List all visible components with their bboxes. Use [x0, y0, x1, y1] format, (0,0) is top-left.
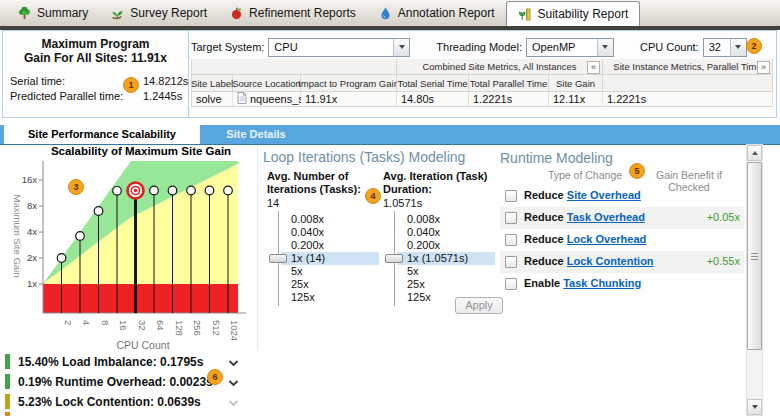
chart-point[interactable]	[205, 186, 214, 195]
scroll-up-button[interactable]	[747, 145, 762, 161]
dropdown-arrow-button[interactable]	[730, 39, 746, 56]
summary-time-row: Predicted Parallel time:1.2445s	[3, 89, 188, 104]
column-header-total-serial-time[interactable]: Total Serial Time	[397, 75, 469, 92]
slider-option[interactable]: 25x	[267, 278, 379, 291]
runtime-checkbox[interactable]	[505, 278, 517, 290]
tree-icon	[17, 6, 32, 21]
callout-badge-3: 3	[68, 179, 84, 195]
apple-icon	[229, 6, 244, 21]
threading-model-label: Threading Model:	[436, 41, 522, 53]
iterations-modeling-section: Loop Iterations (Tasks) Modeling Avg. Nu…	[263, 149, 498, 165]
tab-site-details[interactable]: Site Details	[200, 125, 312, 144]
slider-handle[interactable]	[385, 254, 403, 263]
runtime-target-link[interactable]: Lock Contention	[567, 255, 654, 267]
cell-total-parallel: 1.2221s	[469, 92, 549, 107]
runtime-checkbox[interactable]	[505, 234, 517, 246]
chart-point[interactable]	[187, 186, 196, 195]
column-header-source-location[interactable]: Source Location	[233, 75, 301, 92]
chart-point[interactable]	[224, 186, 233, 195]
chart-title: Scalability of Maximum Site Gain	[51, 145, 231, 157]
chart-point[interactable]	[168, 186, 177, 195]
slider-option[interactable]: 1x (14)	[267, 252, 379, 265]
group-combined-site-metrics: Combined Site Metrics, All Instances«	[397, 59, 603, 75]
runtime-target-link[interactable]: Task Overhead	[567, 211, 645, 223]
x-tick-label: 128	[174, 320, 185, 336]
report-tab-survey-report[interactable]: Survey Report	[99, 1, 218, 25]
slider-option[interactable]: 0.008x	[267, 213, 379, 226]
runtime-checkbox[interactable]	[505, 190, 517, 202]
dropdown-arrow-button[interactable]	[393, 39, 409, 56]
scroll-down-button[interactable]	[747, 399, 762, 415]
sprout-icon	[110, 6, 125, 21]
report-tab-label: Refinement Reports	[249, 6, 356, 20]
chart-point-selected-center	[134, 189, 137, 192]
column-header-site-gain[interactable]: Site Gain	[549, 75, 603, 92]
chevron-down-icon[interactable]	[228, 397, 239, 409]
collapse-columns-button[interactable]: «	[587, 61, 600, 74]
chart-point[interactable]	[150, 186, 159, 195]
threading-model-dropdown[interactable]: OpenMP	[526, 38, 614, 57]
runtime-target-link[interactable]: Lock Overhead	[567, 233, 646, 245]
cpu-count-value: 32	[704, 41, 730, 53]
runtime-checkbox[interactable]	[505, 212, 517, 224]
chart-point[interactable]	[76, 232, 85, 241]
slider-option[interactable]: 5x	[383, 265, 495, 278]
apply-button[interactable]: Apply	[455, 297, 503, 314]
chevron-down-icon[interactable]	[228, 377, 239, 389]
x-tick-label: 512	[211, 320, 222, 336]
runtime-target-link[interactable]: Site Overhead	[567, 189, 641, 201]
target-system-dropdown[interactable]: CPU	[268, 38, 410, 57]
cell-value: 12.11x	[553, 93, 585, 105]
loss-color-bar	[5, 354, 10, 369]
target-system-value: CPU	[269, 41, 393, 53]
slider-option[interactable]: 1x (1.0571s)	[383, 252, 495, 265]
runtime-row-text: Enable Task Chunking	[524, 277, 641, 289]
chevron-down-icon	[399, 45, 405, 49]
column-header-impact-to-program-gain[interactable]: Impact to Program Gain	[301, 75, 397, 92]
slider-option[interactable]: 0.200x	[267, 239, 379, 252]
report-tab-annotation-report[interactable]: Annotation Report	[367, 1, 506, 25]
report-tab-refinement-reports[interactable]: Refinement Reports	[218, 1, 367, 25]
runtime-modeling-section: Runtime Modeling Type of Change Gain Ben…	[500, 150, 744, 295]
scrollbar-thumb[interactable]	[747, 162, 762, 350]
slider-option-label: 0.040x	[407, 226, 440, 238]
report-tab-summary[interactable]: Summary	[6, 1, 99, 25]
expand-columns-button[interactable]: »	[757, 61, 770, 74]
runtime-row-text: Reduce Task Overhead	[524, 211, 645, 223]
report-tab-label: Annotation Report	[398, 6, 495, 20]
column-header-total-parallel-time[interactable]: Total Parallel Time	[469, 75, 549, 92]
slider-option[interactable]: 0.200x	[383, 239, 495, 252]
chart-point[interactable]	[94, 207, 103, 216]
chart-point[interactable]	[113, 186, 122, 195]
chevron-down-icon[interactable]	[228, 357, 239, 369]
x-tick-label: 256	[192, 320, 203, 336]
slider-handle[interactable]	[269, 254, 287, 263]
dropdown-arrow-button[interactable]	[597, 39, 613, 56]
slider-heading: Avg. Iteration (Task) Duration:	[383, 170, 495, 197]
table-row[interactable]: solvenqueens_se...11.91x14.80s1.2221s12.…	[191, 92, 775, 107]
callout-badge-1: 1	[123, 77, 139, 93]
vertical-scrollbar[interactable]	[746, 144, 763, 416]
chart-point[interactable]	[57, 254, 66, 263]
column-header-site-label[interactable]: Site Label	[191, 75, 233, 92]
slider-option[interactable]: 0.008x	[383, 213, 495, 226]
y-tick-label: 2x	[27, 252, 37, 263]
summary-time-row: Serial time:14.8212s	[3, 74, 188, 89]
slider-option[interactable]: 0.040x	[267, 226, 379, 239]
report-tab-label: Survey Report	[130, 6, 207, 20]
slider-option[interactable]: 25x	[383, 278, 495, 291]
runtime-action: Enable	[524, 277, 560, 289]
slider-options: 0.008x0.040x0.200x1x (1.0571s)5x25x125x	[383, 213, 495, 304]
tab-site-performance-scalability[interactable]: Site Performance Scalability	[4, 125, 200, 144]
report-tab-label: Suitability Report	[538, 7, 629, 21]
report-tabbar: SummarySurvey ReportRefinement ReportsAn…	[0, 0, 780, 26]
slider-option[interactable]: 0.040x	[383, 226, 495, 239]
runtime-checkbox[interactable]	[505, 256, 517, 268]
slider-option[interactable]: 5x	[267, 265, 379, 278]
report-tab-suitability-report[interactable]: Suitability Report	[506, 1, 641, 27]
runtime-target-link[interactable]: Task Chunking	[563, 277, 641, 289]
slider-option[interactable]: 125x	[267, 291, 379, 304]
suitability-summary-panel: Maximum Program Gain For All Sites: 11.9…	[2, 30, 777, 118]
runtime-gain-value: +0.55x	[707, 255, 740, 267]
cpu-count-dropdown[interactable]: 32	[703, 38, 747, 57]
